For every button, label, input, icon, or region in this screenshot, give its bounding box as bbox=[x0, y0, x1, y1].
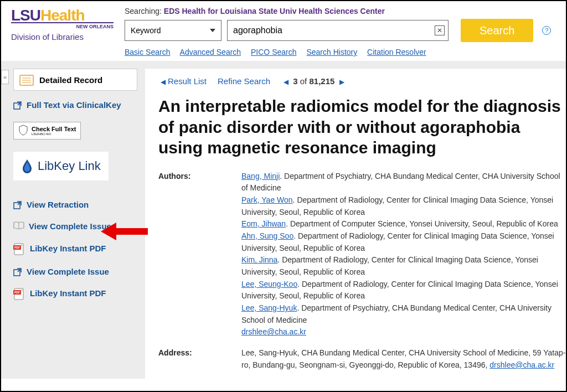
detailed-record-banner: Detailed Record bbox=[13, 69, 137, 91]
libkey-pdf-label-2: LibKey Instant PDF bbox=[30, 288, 106, 299]
search-mode-label: Keyword bbox=[131, 26, 161, 35]
author-link[interactable]: Bang, Minji bbox=[241, 172, 280, 180]
search-input[interactable] bbox=[233, 25, 435, 35]
advanced-search-link[interactable]: Advanced Search bbox=[180, 48, 241, 56]
libkey-link-card[interactable]: LibKey Link bbox=[13, 152, 109, 180]
view-complete-issue-link-2[interactable]: View Complete Issue bbox=[13, 266, 137, 277]
author-affiliation: . Department of Computer Science, Yonsei… bbox=[286, 219, 558, 228]
result-topbar: ◀Result List Refine Search ◀ 3 of 81,215… bbox=[158, 76, 566, 86]
view-retraction-label: View Retraction bbox=[27, 199, 89, 210]
logo-division: Division of Libraries bbox=[11, 32, 114, 42]
authors-value: Bang, Minji. Department of Psychiatry, C… bbox=[241, 171, 566, 339]
external-link-icon bbox=[13, 101, 22, 110]
annotation-arrow-icon bbox=[101, 221, 148, 243]
pico-search-link[interactable]: PICO Search bbox=[251, 48, 296, 56]
author-link[interactable]: Park, Yae Won bbox=[241, 195, 293, 204]
search-block: Searching: EDS Health for Louisiana Stat… bbox=[114, 7, 556, 56]
result-pager: ◀ 3 of 81,215 ▶ bbox=[281, 76, 346, 86]
author-link[interactable]: Lee, Seung-Koo bbox=[241, 280, 297, 288]
address-value: Lee, Sang-Hyuk, CHA Bundang Medical Cent… bbox=[241, 347, 566, 371]
check-full-text-label: Check Full Text bbox=[32, 126, 76, 132]
svg-line-13 bbox=[18, 269, 21, 272]
search-button[interactable]: Search bbox=[461, 19, 533, 42]
refine-search-link[interactable]: Refine Search bbox=[218, 76, 270, 86]
search-input-wrap: ✕ bbox=[227, 20, 449, 41]
document-icon bbox=[19, 74, 34, 86]
libkey-link-label: LibKey Link bbox=[38, 159, 101, 173]
clear-search-icon[interactable]: ✕ bbox=[435, 25, 445, 35]
main: « Detailed Record Full Text via Clinical… bbox=[1, 61, 566, 379]
header: LSUHealth NEW ORLEANS Division of Librar… bbox=[1, 1, 566, 61]
pdf-icon: PDF bbox=[13, 243, 25, 255]
shield-icon bbox=[18, 125, 28, 137]
next-result-button[interactable]: ▶ bbox=[337, 78, 347, 86]
record-title: An interpretable radiomics model for the… bbox=[158, 96, 566, 158]
basic-search-link[interactable]: Basic Search bbox=[125, 48, 170, 56]
svg-text:PDF: PDF bbox=[14, 291, 20, 294]
libkey-instant-pdf-link-1[interactable]: PDF LibKey Instant PDF bbox=[13, 243, 137, 255]
view-complete-issue-label-2: View Complete Issue bbox=[27, 266, 109, 277]
content: ◀Result List Refine Search ◀ 3 of 81,215… bbox=[145, 69, 566, 379]
libkey-pdf-label: LibKey Instant PDF bbox=[30, 243, 106, 254]
search-controls: Keyword ✕ Search ? bbox=[125, 19, 556, 42]
svg-line-5 bbox=[18, 102, 21, 105]
pdf-icon: PDF bbox=[13, 288, 25, 300]
collapse-sidebar-button[interactable]: « bbox=[1, 70, 9, 84]
external-link-icon bbox=[13, 267, 22, 276]
chevron-down-icon bbox=[210, 29, 215, 32]
help-icon[interactable]: ? bbox=[542, 26, 551, 35]
searching-line: Searching: EDS Health for Louisiana Stat… bbox=[125, 7, 556, 16]
detailed-record-label: Detailed Record bbox=[39, 75, 102, 85]
sidebar: Detailed Record Full Text via ClinicalKe… bbox=[1, 61, 145, 379]
search-links: Basic Search Advanced Search PICO Search… bbox=[125, 48, 556, 56]
logo-lsu: LSU bbox=[11, 7, 40, 24]
view-complete-issue-label: View Complete Issue bbox=[29, 221, 111, 232]
author-link[interactable]: Kim, Jinna bbox=[241, 255, 277, 264]
authors-label: Authors: bbox=[158, 171, 241, 339]
address-label: Address: bbox=[158, 347, 241, 371]
book-icon bbox=[13, 221, 24, 229]
full-text-ck-label: Full Text via ClinicalKey bbox=[27, 100, 121, 111]
view-retraction-link[interactable]: View Retraction bbox=[13, 199, 137, 210]
result-list-link[interactable]: ◀Result List bbox=[158, 76, 207, 86]
result-position: 3 bbox=[293, 76, 297, 86]
logo-block: LSUHealth NEW ORLEANS Division of Librar… bbox=[11, 7, 114, 42]
full-text-clinicalkey-link[interactable]: Full Text via ClinicalKey bbox=[13, 100, 137, 111]
author-link[interactable]: Lee, Sang-Hyuk bbox=[241, 303, 297, 312]
prev-result-button[interactable]: ◀ bbox=[281, 78, 291, 86]
authors-row: Authors: Bang, Minji. Department of Psyc… bbox=[158, 171, 566, 339]
result-total: 81,215 bbox=[309, 76, 334, 86]
external-link-icon bbox=[13, 200, 22, 209]
svg-text:PDF: PDF bbox=[14, 246, 20, 249]
address-email-link[interactable]: drshlee@cha.ac.kr bbox=[489, 360, 554, 369]
searching-source: EDS Health for Louisiana State Univ Heal… bbox=[164, 7, 385, 16]
searching-label: Searching: bbox=[125, 7, 162, 16]
author-link[interactable]: Eom, Jihwan bbox=[241, 219, 286, 228]
droplet-icon bbox=[21, 158, 33, 174]
svg-line-7 bbox=[18, 202, 21, 205]
arrow-left-icon: ◀ bbox=[158, 78, 168, 86]
check-full-text-button[interactable]: Check Full Text LSUHSC-NO bbox=[13, 122, 81, 140]
search-mode-select[interactable]: Keyword bbox=[125, 20, 221, 41]
author-affiliation: . Department of Radiology, Center for Cl… bbox=[241, 255, 538, 276]
check-full-text-sub: LSUHSC-NO bbox=[32, 132, 76, 136]
author-email-link[interactable]: drshlee@cha.ac.kr bbox=[241, 327, 306, 336]
logo-health: Health bbox=[40, 7, 85, 24]
libkey-instant-pdf-link-2[interactable]: PDF LibKey Instant PDF bbox=[13, 288, 137, 300]
citation-resolver-link[interactable]: Citation Resolver bbox=[367, 48, 426, 56]
search-history-link[interactable]: Search History bbox=[306, 48, 357, 56]
author-link[interactable]: Ahn, Sung Soo bbox=[241, 231, 293, 240]
address-row: Address: Lee, Sang-Hyuk, CHA Bundang Med… bbox=[158, 347, 566, 371]
author-affiliation: . Department of Psychiatry, CHA Bundang … bbox=[241, 172, 560, 193]
